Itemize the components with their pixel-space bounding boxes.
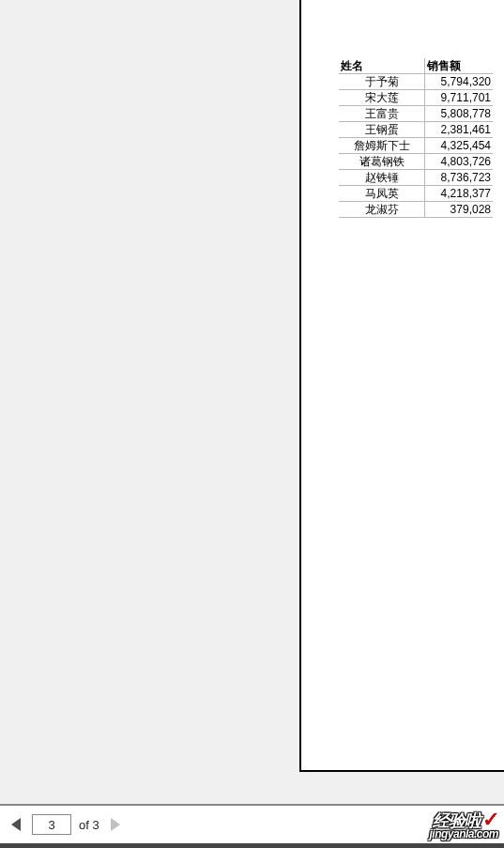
table-row: 诸葛钢铁 4,803,726 — [339, 154, 493, 170]
check-icon: ✓ — [482, 808, 498, 831]
pager-toolbar: of 3 经验啦✓ jingyanla.com — [0, 804, 504, 843]
page-content: 姓名 销售额 于予菊 5,794,320 宋大莲 9,711,701 王富贵 5… — [301, 0, 504, 218]
triangle-right-icon — [111, 818, 120, 831]
cell-name: 王富贵 — [339, 106, 425, 121]
next-page-button[interactable] — [107, 816, 124, 833]
table-row: 王钢蛋 2,381,461 — [339, 122, 493, 138]
cell-name: 詹姆斯下士 — [339, 138, 425, 153]
watermark-title: 经验啦✓ — [429, 812, 498, 828]
svg-marker-1 — [111, 818, 120, 831]
cell-name: 王钢蛋 — [339, 122, 425, 137]
col-header-sales: 销售额 — [425, 58, 493, 73]
cell-name: 宋大莲 — [339, 90, 425, 105]
col-header-name: 姓名 — [339, 58, 425, 73]
table-row: 于予菊 5,794,320 — [339, 74, 493, 90]
page-3: 姓名 销售额 于予菊 5,794,320 宋大莲 9,711,701 王富贵 5… — [299, 0, 504, 772]
table-header-row: 姓名 销售额 — [339, 58, 493, 74]
cell-name: 于予菊 — [339, 74, 425, 89]
cell-name: 龙淑芬 — [339, 202, 425, 217]
table-row: 詹姆斯下士 4,325,454 — [339, 138, 493, 154]
cell-name: 赵铁锤 — [339, 170, 425, 185]
triangle-left-icon — [11, 818, 21, 831]
table-row: 马凤英 4,218,377 — [339, 186, 493, 202]
cell-sales: 4,803,726 — [425, 154, 493, 169]
prev-page-button[interactable] — [8, 816, 24, 833]
page-of-label: of 3 — [79, 818, 99, 832]
cell-sales: 2,381,461 — [425, 122, 493, 137]
cell-sales: 8,736,723 — [425, 170, 493, 185]
cell-sales: 9,711,701 — [425, 90, 493, 105]
cell-name: 诸葛钢铁 — [339, 154, 425, 169]
table-row: 赵铁锤 8,736,723 — [339, 170, 493, 186]
cell-sales: 379,028 — [425, 202, 493, 217]
table-row: 宋大莲 9,711,701 — [339, 90, 493, 106]
cell-sales: 4,218,377 — [425, 186, 493, 201]
preview-viewport: 姓名 销售额 于予菊 5,794,320 宋大莲 9,711,701 王富贵 5… — [0, 0, 504, 804]
cell-sales: 5,808,778 — [425, 106, 493, 121]
cell-sales: 5,794,320 — [425, 74, 493, 89]
watermark: 经验啦✓ jingyanla.com — [429, 812, 498, 840]
cell-name: 马凤英 — [339, 186, 425, 201]
table-row: 王富贵 5,808,778 — [339, 106, 493, 122]
footer-separator — [0, 843, 504, 848]
svg-marker-0 — [11, 818, 21, 831]
watermark-url: jingyanla.com — [429, 828, 498, 840]
table-row: 龙淑芬 379,028 — [339, 202, 493, 218]
cell-sales: 4,325,454 — [425, 138, 493, 153]
page-number-input[interactable] — [32, 814, 71, 835]
